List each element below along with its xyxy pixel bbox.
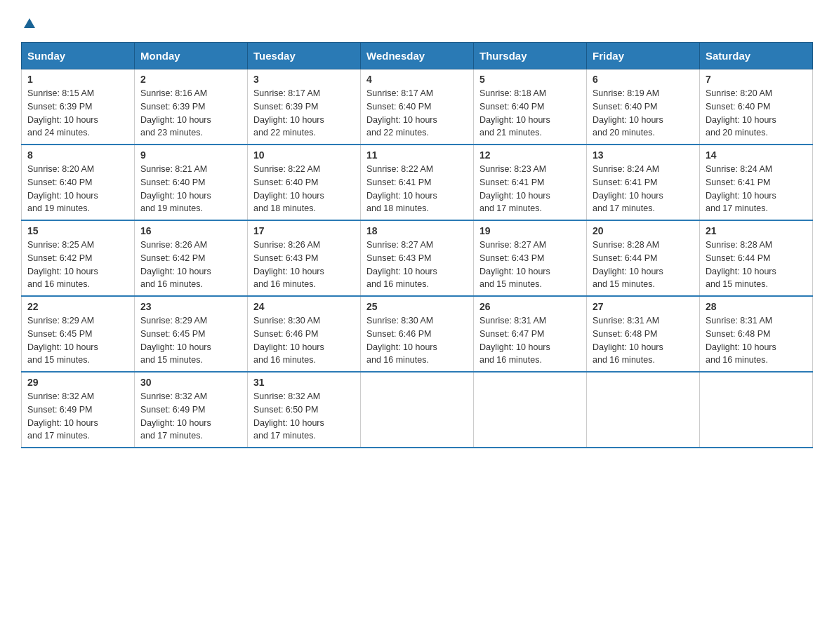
day-info: Sunrise: 8:18 AMSunset: 6:40 PMDaylight:…: [479, 87, 581, 140]
calendar-cell: 6Sunrise: 8:19 AMSunset: 6:40 PMDaylight…: [587, 69, 700, 145]
day-number: 30: [140, 377, 241, 388]
column-header-tuesday: Tuesday: [248, 43, 361, 69]
calendar-cell: 8Sunrise: 8:20 AMSunset: 6:40 PMDaylight…: [22, 145, 135, 220]
calendar-week-row: 1Sunrise: 8:15 AMSunset: 6:39 PMDaylight…: [22, 69, 813, 145]
day-info: Sunrise: 8:32 AMSunset: 6:50 PMDaylight:…: [253, 390, 355, 443]
day-number: 25: [366, 301, 468, 312]
day-info: Sunrise: 8:26 AMSunset: 6:42 PMDaylight:…: [140, 239, 241, 291]
day-info: Sunrise: 8:21 AMSunset: 6:40 PMDaylight:…: [140, 163, 241, 215]
column-header-monday: Monday: [135, 43, 248, 69]
calendar-cell: 18Sunrise: 8:27 AMSunset: 6:43 PMDayligh…: [361, 220, 474, 296]
day-number: 6: [593, 74, 694, 85]
day-number: 28: [706, 301, 807, 312]
day-number: 19: [479, 225, 581, 236]
calendar-week-row: 15Sunrise: 8:25 AMSunset: 6:42 PMDayligh…: [22, 220, 813, 296]
calendar-cell: 20Sunrise: 8:28 AMSunset: 6:44 PMDayligh…: [587, 220, 700, 296]
day-info: Sunrise: 8:23 AMSunset: 6:41 PMDaylight:…: [479, 163, 581, 215]
column-header-saturday: Saturday: [700, 43, 813, 69]
day-info: Sunrise: 8:20 AMSunset: 6:40 PMDaylight:…: [706, 87, 807, 140]
calendar-cell: [700, 372, 813, 448]
day-number: 11: [366, 149, 468, 161]
day-number: 10: [253, 149, 355, 161]
calendar-cell: 30Sunrise: 8:32 AMSunset: 6:49 PMDayligh…: [135, 372, 248, 448]
page-header: [21, 14, 813, 28]
calendar-cell: [474, 372, 587, 448]
calendar-cell: 21Sunrise: 8:28 AMSunset: 6:44 PMDayligh…: [700, 220, 813, 296]
calendar-week-row: 29Sunrise: 8:32 AMSunset: 6:49 PMDayligh…: [22, 372, 813, 448]
logo-triangle-icon: [22, 17, 37, 31]
calendar-cell: 17Sunrise: 8:26 AMSunset: 6:43 PMDayligh…: [248, 220, 361, 296]
column-header-sunday: Sunday: [22, 43, 135, 69]
day-number: 2: [140, 74, 241, 85]
column-header-friday: Friday: [587, 43, 700, 69]
day-info: Sunrise: 8:29 AMSunset: 6:45 PMDaylight:…: [27, 314, 128, 367]
calendar-cell: 9Sunrise: 8:21 AMSunset: 6:40 PMDaylight…: [135, 145, 248, 220]
day-info: Sunrise: 8:17 AMSunset: 6:39 PMDaylight:…: [253, 87, 355, 140]
day-number: 22: [27, 301, 128, 312]
day-info: Sunrise: 8:27 AMSunset: 6:43 PMDaylight:…: [479, 239, 581, 291]
calendar-cell: 28Sunrise: 8:31 AMSunset: 6:48 PMDayligh…: [700, 296, 813, 372]
day-info: Sunrise: 8:27 AMSunset: 6:43 PMDaylight:…: [366, 239, 468, 291]
day-info: Sunrise: 8:32 AMSunset: 6:49 PMDaylight:…: [140, 390, 241, 443]
day-number: 5: [479, 74, 581, 85]
logo: [21, 14, 37, 28]
day-number: 14: [706, 149, 807, 161]
calendar-cell: 19Sunrise: 8:27 AMSunset: 6:43 PMDayligh…: [474, 220, 587, 296]
day-info: Sunrise: 8:24 AMSunset: 6:41 PMDaylight:…: [706, 163, 807, 215]
day-info: Sunrise: 8:31 AMSunset: 6:47 PMDaylight:…: [479, 314, 581, 367]
calendar-cell: 16Sunrise: 8:26 AMSunset: 6:42 PMDayligh…: [135, 220, 248, 296]
day-info: Sunrise: 8:22 AMSunset: 6:40 PMDaylight:…: [253, 163, 355, 215]
day-number: 27: [593, 301, 694, 312]
day-info: Sunrise: 8:26 AMSunset: 6:43 PMDaylight:…: [253, 239, 355, 291]
day-number: 21: [706, 225, 807, 236]
day-info: Sunrise: 8:32 AMSunset: 6:49 PMDaylight:…: [27, 390, 128, 443]
day-number: 20: [593, 225, 694, 236]
day-number: 15: [27, 225, 128, 236]
day-info: Sunrise: 8:30 AMSunset: 6:46 PMDaylight:…: [253, 314, 355, 367]
day-number: 13: [593, 149, 694, 161]
calendar-cell: 7Sunrise: 8:20 AMSunset: 6:40 PMDaylight…: [700, 69, 813, 145]
calendar-cell: 2Sunrise: 8:16 AMSunset: 6:39 PMDaylight…: [135, 69, 248, 145]
calendar-header-row: SundayMondayTuesdayWednesdayThursdayFrid…: [22, 43, 813, 69]
calendar-cell: 1Sunrise: 8:15 AMSunset: 6:39 PMDaylight…: [22, 69, 135, 145]
column-header-wednesday: Wednesday: [361, 43, 474, 69]
day-number: 1: [27, 74, 128, 85]
day-number: 3: [253, 74, 355, 85]
calendar-cell: 27Sunrise: 8:31 AMSunset: 6:48 PMDayligh…: [587, 296, 700, 372]
calendar-cell: 4Sunrise: 8:17 AMSunset: 6:40 PMDaylight…: [361, 69, 474, 145]
day-number: 8: [27, 149, 128, 161]
day-number: 17: [253, 225, 355, 236]
day-info: Sunrise: 8:28 AMSunset: 6:44 PMDaylight:…: [706, 239, 807, 291]
calendar-cell: 10Sunrise: 8:22 AMSunset: 6:40 PMDayligh…: [248, 145, 361, 220]
calendar-week-row: 22Sunrise: 8:29 AMSunset: 6:45 PMDayligh…: [22, 296, 813, 372]
calendar-cell: 23Sunrise: 8:29 AMSunset: 6:45 PMDayligh…: [135, 296, 248, 372]
day-number: 12: [479, 149, 581, 161]
calendar-week-row: 8Sunrise: 8:20 AMSunset: 6:40 PMDaylight…: [22, 145, 813, 220]
calendar-cell: 22Sunrise: 8:29 AMSunset: 6:45 PMDayligh…: [22, 296, 135, 372]
calendar-cell: 13Sunrise: 8:24 AMSunset: 6:41 PMDayligh…: [587, 145, 700, 220]
calendar-cell: 14Sunrise: 8:24 AMSunset: 6:41 PMDayligh…: [700, 145, 813, 220]
calendar-table: SundayMondayTuesdayWednesdayThursdayFrid…: [21, 42, 813, 448]
day-number: 26: [479, 301, 581, 312]
day-number: 24: [253, 301, 355, 312]
svg-marker-0: [24, 18, 35, 28]
calendar-cell: 29Sunrise: 8:32 AMSunset: 6:49 PMDayligh…: [22, 372, 135, 448]
day-number: 9: [140, 149, 241, 161]
day-number: 7: [706, 74, 807, 85]
day-number: 16: [140, 225, 241, 236]
day-info: Sunrise: 8:15 AMSunset: 6:39 PMDaylight:…: [27, 87, 128, 140]
calendar-cell: 26Sunrise: 8:31 AMSunset: 6:47 PMDayligh…: [474, 296, 587, 372]
day-info: Sunrise: 8:28 AMSunset: 6:44 PMDaylight:…: [593, 239, 694, 291]
calendar-cell: 3Sunrise: 8:17 AMSunset: 6:39 PMDaylight…: [248, 69, 361, 145]
day-number: 29: [27, 377, 128, 388]
day-info: Sunrise: 8:31 AMSunset: 6:48 PMDaylight:…: [593, 314, 694, 367]
day-info: Sunrise: 8:24 AMSunset: 6:41 PMDaylight:…: [593, 163, 694, 215]
day-info: Sunrise: 8:20 AMSunset: 6:40 PMDaylight:…: [27, 163, 128, 215]
calendar-cell: 5Sunrise: 8:18 AMSunset: 6:40 PMDaylight…: [474, 69, 587, 145]
day-info: Sunrise: 8:16 AMSunset: 6:39 PMDaylight:…: [140, 87, 241, 140]
day-info: Sunrise: 8:30 AMSunset: 6:46 PMDaylight:…: [366, 314, 468, 367]
calendar-cell: [361, 372, 474, 448]
day-info: Sunrise: 8:29 AMSunset: 6:45 PMDaylight:…: [140, 314, 241, 367]
calendar-cell: 25Sunrise: 8:30 AMSunset: 6:46 PMDayligh…: [361, 296, 474, 372]
calendar-cell: [587, 372, 700, 448]
